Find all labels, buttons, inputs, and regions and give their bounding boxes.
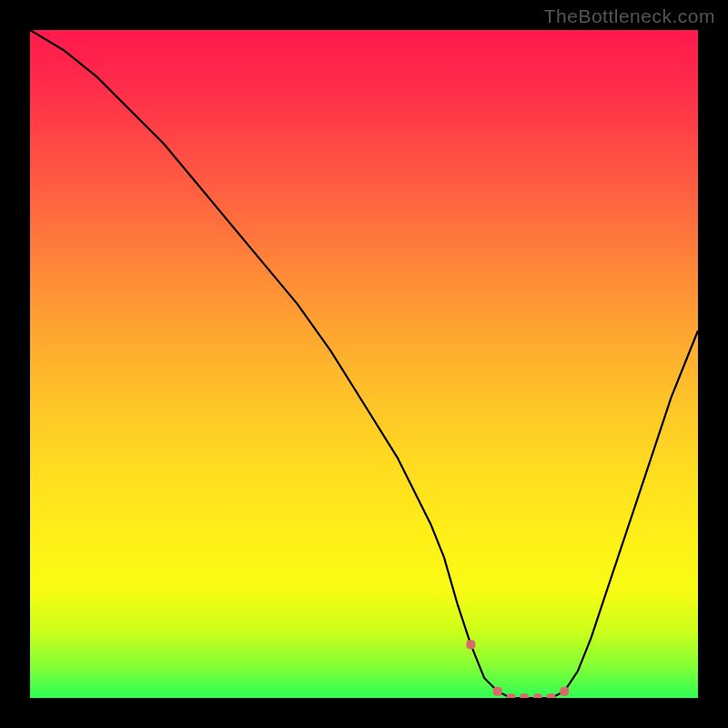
watermark-text: TheBottleneck.com: [544, 5, 715, 27]
marker-dot: [520, 693, 529, 698]
marker-dot: [507, 693, 516, 698]
marker-dot: [466, 640, 475, 649]
marker-dot: [560, 687, 569, 696]
bottleneck-curve-path: [30, 30, 698, 698]
marker-dot: [493, 687, 502, 696]
chart-plot-area: [30, 30, 698, 698]
marker-dot: [533, 693, 542, 698]
chart-svg: [30, 30, 698, 698]
marker-dot: [547, 693, 556, 698]
